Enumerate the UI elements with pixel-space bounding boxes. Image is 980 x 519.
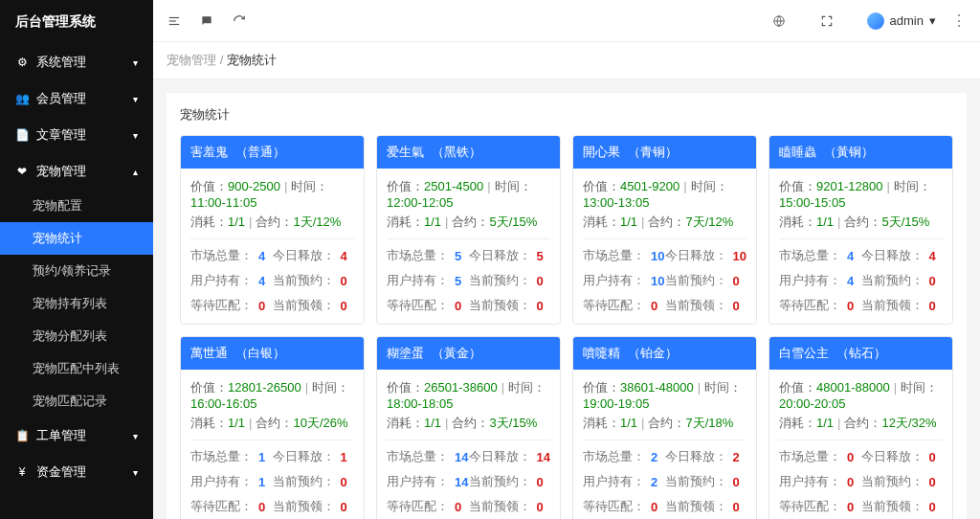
menu-icon: 👥 (15, 92, 29, 105)
stat-label: 市场总量： (387, 448, 449, 465)
price-line: 价值：9201-12800|时间：15:00-15:05 (779, 178, 943, 210)
stat-label: 用户持有： (387, 272, 449, 289)
stat-wait_match: 0 (258, 500, 265, 514)
user-menu[interactable]: admin ▾ (867, 12, 936, 30)
stat-today_release: 5 (537, 249, 544, 263)
stat-cur_claim: 0 (341, 500, 347, 514)
pet-name: 開心果 (583, 145, 620, 159)
chevron-down-icon: ▾ (929, 13, 936, 28)
consume-line: 消耗：1/1|合约：5天/15% (387, 214, 550, 231)
stat-label: 市场总量： (583, 448, 645, 465)
price-line: 价值：12801-26500|时间：16:00-16:05 (190, 379, 354, 411)
sidebar-subitem[interactable]: 宠物匹配中列表 (0, 352, 153, 385)
pet-card: 開心果 （青铜） 价值：4501-9200|时间：13:00-13:05 消耗：… (572, 135, 757, 325)
crumb-parent[interactable]: 宠物管理 (167, 53, 216, 67)
pet-rank: （黃金） (432, 346, 481, 360)
pet-card: 糊塗蛋 （黃金） 价值：26501-38600|时间：18:00-18:05 消… (376, 336, 561, 519)
stat-user_hold: 4 (258, 274, 265, 288)
stat-label: 等待匹配： (583, 297, 645, 314)
stat-today_release: 0 (929, 450, 936, 464)
stat-wait_match: 0 (455, 500, 461, 514)
stat-market_total: 4 (847, 249, 854, 263)
stat-cur_claim: 0 (341, 299, 347, 313)
user-name: admin (890, 13, 924, 28)
menu-label: 会员管理 (36, 90, 86, 107)
stat-label: 当前预约： (665, 272, 727, 289)
stat-market_total: 4 (258, 249, 265, 263)
sidebar-item[interactable]: ⚙ 系统管理 ▾ (0, 44, 153, 80)
stat-cur_claim: 0 (733, 299, 740, 313)
stat-label: 当前预约： (469, 473, 531, 490)
stat-user_hold: 0 (847, 475, 854, 489)
price-line: 价值：4501-9200|时间：13:00-13:05 (583, 178, 746, 210)
price-line: 价值：2501-4500|时间：12:00-12:05 (387, 178, 550, 210)
price-line: 价值：26501-38600|时间：18:00-18:05 (387, 379, 550, 411)
card-head: 糊塗蛋 （黃金） (377, 337, 560, 370)
stat-today_release: 10 (733, 249, 746, 263)
stat-cur_claim: 0 (537, 299, 544, 313)
pet-card: 瞌睡蟲 （黃铜） 价值：9201-12800|时间：15:00-15:05 消耗… (768, 135, 953, 325)
stat-label: 等待匹配： (387, 498, 449, 515)
sidebar-item[interactable]: 📄 文章管理 ▾ (0, 117, 153, 153)
stat-label: 当前预领： (861, 498, 924, 515)
pet-rank: （白银） (235, 346, 285, 360)
stat-label: 当前预约： (665, 473, 727, 490)
sidebar-item[interactable]: 👥 会员管理 ▾ (0, 80, 153, 117)
price-line: 价值：900-2500|时间：11:00-11:05 (190, 178, 354, 210)
sidebar-subitem[interactable]: 宠物统计 (0, 222, 153, 255)
pet-rank: （普通） (235, 145, 285, 159)
pet-rank: （铂金） (628, 346, 678, 360)
stat-today_release: 4 (341, 249, 347, 263)
price-line: 价值：38601-48000|时间：19:00-19:05 (583, 379, 746, 411)
chevron-down-icon: ▾ (133, 57, 138, 68)
fullscreen-icon[interactable] (819, 13, 835, 29)
stat-today_release: 4 (929, 249, 936, 263)
stat-label: 当前预领： (469, 297, 531, 314)
stat-label: 今日释放： (273, 247, 335, 264)
topbar: admin ▾ ⋮ (153, 0, 980, 42)
stat-market_total: 14 (455, 450, 468, 464)
stat-user_hold: 5 (455, 274, 461, 288)
globe-icon[interactable] (771, 13, 787, 29)
menu-label: 系统管理 (36, 54, 86, 71)
menu-icon: ⚙ (15, 56, 29, 69)
chevron-up-icon: ▴ (133, 167, 138, 177)
stat-label: 当前预领： (273, 297, 335, 314)
consume-line: 消耗：1/1|合约：12天/32% (779, 415, 943, 432)
sidebar-subitem[interactable]: 宠物配置 (0, 190, 153, 222)
pet-rank: （黃铜） (824, 145, 874, 159)
stat-user_hold: 10 (651, 274, 664, 288)
pet-name: 白雪公主 (779, 346, 829, 360)
sidebar-subitem[interactable]: 宠物分配列表 (0, 320, 153, 352)
pet-rank: （钻石） (836, 346, 886, 360)
stat-wait_match: 0 (651, 299, 657, 313)
stat-wait_match: 0 (455, 299, 461, 313)
stat-wait_match: 0 (651, 500, 657, 514)
refresh-icon[interactable] (232, 13, 247, 29)
brand-title: 后台管理系统 (0, 0, 153, 44)
sidebar-subitem[interactable]: 宠物匹配记录 (0, 385, 153, 417)
stat-label: 今日释放： (665, 247, 727, 264)
stat-label: 等待匹配： (387, 297, 449, 314)
stat-cur_reserve: 0 (341, 475, 347, 489)
consume-line: 消耗：1/1|合约：7天/12% (583, 214, 746, 231)
stat-wait_match: 0 (258, 299, 265, 313)
chat-icon[interactable] (199, 13, 214, 29)
card-head: 瞌睡蟲 （黃铜） (769, 136, 952, 169)
stat-market_total: 5 (455, 249, 461, 263)
sidebar-item[interactable]: 📋 工单管理 ▾ (0, 417, 153, 454)
sidebar-item[interactable]: ¥ 资金管理 ▾ (0, 454, 153, 490)
stat-cur_reserve: 0 (341, 274, 347, 288)
more-icon[interactable]: ⋮ (951, 11, 967, 30)
chevron-down-icon: ▾ (133, 130, 138, 141)
stat-market_total: 2 (651, 450, 657, 464)
sidebar-subitem[interactable]: 宠物持有列表 (0, 287, 153, 320)
menu-collapse-icon[interactable] (167, 13, 182, 29)
stat-wait_match: 0 (847, 500, 854, 514)
stat-label: 用户持有： (779, 473, 841, 490)
sidebar-subitem[interactable]: 预约/领养记录 (0, 255, 153, 287)
stat-user_hold: 2 (651, 475, 657, 489)
pet-card: 萬世通 （白银） 价值：12801-26500|时间：16:00-16:05 消… (180, 336, 365, 519)
stat-label: 等待匹配： (779, 498, 841, 515)
sidebar-item[interactable]: ❤ 宠物管理 ▴ (0, 153, 153, 190)
